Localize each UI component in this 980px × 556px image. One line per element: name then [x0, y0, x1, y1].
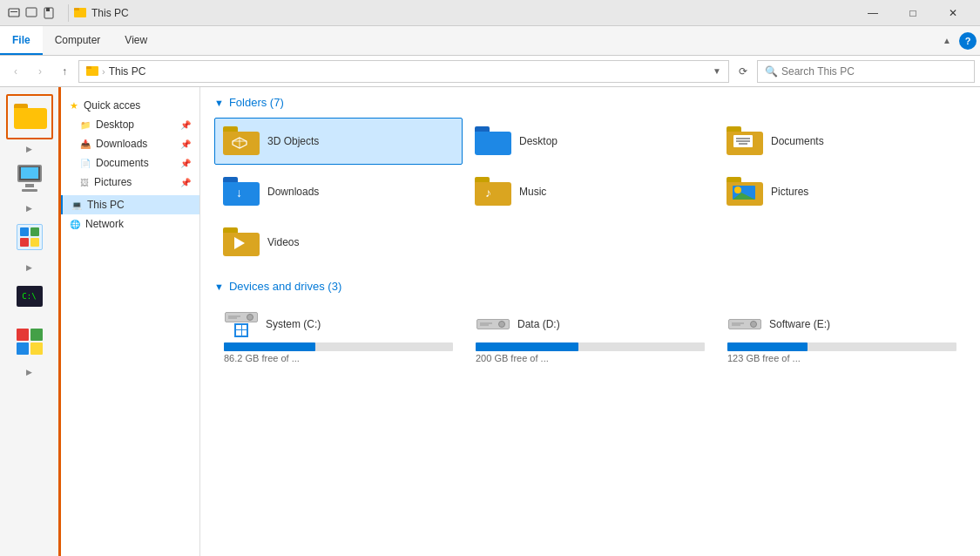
nav-item-thispc[interactable]: 💻 This PC	[61, 195, 199, 214]
quick-access-header[interactable]: ★ Quick acces	[61, 96, 199, 115]
nav-item-desktop[interactable]: 📁 Desktop 📌	[71, 115, 199, 134]
address-field[interactable]: › This PC ▼	[78, 60, 729, 83]
system-menu-icon[interactable]	[7, 6, 21, 20]
save-icon[interactable]	[42, 6, 56, 20]
ribbon-collapse-arrow[interactable]: ▲	[938, 32, 956, 50]
ribbon: File Computer View ▲ ?	[0, 26, 980, 56]
back-button[interactable]: ‹	[5, 61, 26, 82]
pin-icon-downloads: 📌	[180, 139, 191, 149]
pin-icon-desktop: 📌	[180, 120, 191, 130]
folder-name-pictures: Pictures	[771, 186, 808, 198]
devices-section-header: ▼ Devices and drives (3)	[214, 280, 966, 293]
drive-bar-fill-c	[224, 342, 315, 351]
expand-arrow-2[interactable]: ▶	[26, 204, 32, 213]
folder-item-3dobjects[interactable]: 3D Objects	[214, 118, 463, 165]
thispc-icon: 💻	[71, 200, 82, 210]
folder-item-downloads[interactable]: ↓ Downloads	[214, 168, 463, 215]
search-input[interactable]	[781, 65, 967, 78]
expand-arrow-3[interactable]: ▶	[26, 263, 32, 272]
terminal-icon: C:\	[14, 281, 45, 312]
device-name-c: System (C:)	[266, 318, 321, 330]
left-panel-pc-item[interactable]	[6, 157, 53, 199]
folder-item-documents[interactable]: Documents	[718, 118, 966, 165]
folder-item-music[interactable]: ♪ Music	[466, 168, 714, 215]
devices-grid: System (C:) 86.2 GB free of ...	[214, 302, 966, 373]
left-panel-cp-item[interactable]	[6, 216, 53, 258]
folder-thumb-music: ♪	[474, 176, 512, 207]
desktop-folder-icon: 📁	[80, 120, 91, 130]
device-item-d[interactable]: Data (D:) 200 GB free of ...	[466, 302, 714, 373]
star-icon: ★	[70, 100, 78, 112]
quick-access-toolbar-icon[interactable]	[24, 6, 38, 20]
folder-name-desktop: Desktop	[519, 135, 558, 147]
tab-view[interactable]: View	[112, 26, 159, 55]
svg-rect-0	[9, 9, 19, 17]
nav-item-pictures[interactable]: 🖼 Pictures 📌	[71, 173, 199, 192]
pc-icon	[14, 162, 45, 193]
drive-bar-fill-d	[476, 342, 578, 351]
expand-arrow-1[interactable]: ▶	[26, 145, 32, 153]
title-bar-icons	[7, 6, 56, 20]
devices-chevron-icon[interactable]: ▼	[214, 281, 224, 292]
tab-computer[interactable]: Computer	[43, 26, 113, 55]
devices-section-title: Devices and drives (3)	[229, 280, 341, 293]
folder-thumb-downloads: ↓	[222, 176, 260, 207]
left-panel-folder-item[interactable]	[6, 94, 53, 139]
address-dropdown-arrow[interactable]: ▼	[713, 66, 721, 76]
drive-free-d: 200 GB free of ...	[476, 353, 705, 363]
windows-icon	[14, 326, 45, 357]
folder-item-videos[interactable]: Videos	[214, 219, 463, 266]
left-panel-windows-item[interactable]	[6, 321, 53, 363]
folder-name-music: Music	[519, 186, 546, 198]
nav-panel: ★ Quick acces 📁 Desktop 📌 📥 Downloads 📌 …	[61, 87, 200, 556]
folders-grid: 3D Objects Desktop	[214, 118, 966, 266]
device-top-c: System (C:)	[224, 311, 453, 337]
nav-item-network[interactable]: 🌐 Network	[61, 214, 199, 234]
network-icon: 🌐	[70, 220, 80, 229]
quick-access-label: Quick acces	[84, 99, 140, 112]
folder-item-desktop[interactable]: Desktop	[466, 118, 714, 165]
documents-folder-icon: 📄	[80, 159, 91, 168]
nav-desktop-label: Desktop	[96, 119, 134, 131]
maximize-button[interactable]: □	[893, 0, 933, 26]
folder-thumb-documents	[726, 125, 764, 157]
left-panel: ▶ ▶	[0, 87, 61, 556]
nav-item-downloads[interactable]: 📥 Downloads 📌	[71, 134, 199, 153]
nav-thispc-label: This PC	[87, 199, 125, 211]
search-box: 🔍	[757, 60, 975, 83]
title-bar-title: This PC	[74, 7, 853, 19]
folder-thumb-3dobjects	[222, 125, 260, 157]
left-panel-terminal-item[interactable]: C:\	[6, 275, 53, 317]
content-area: ▼ Folders (7)	[200, 87, 980, 556]
folder-name-3dobjects: 3D Objects	[267, 135, 319, 147]
drive-free-c: 86.2 GB free of ...	[224, 353, 453, 363]
address-text: This PC	[109, 65, 146, 78]
nav-item-documents[interactable]: 📄 Documents 📌	[71, 153, 199, 173]
nav-network-label: Network	[85, 218, 124, 230]
title-bar: This PC — □ ✕	[0, 0, 980, 26]
tab-file[interactable]: File	[0, 26, 43, 55]
drive-bar-bg-c	[224, 342, 453, 351]
close-button[interactable]: ✕	[933, 0, 973, 26]
hdd-icon-c	[224, 311, 259, 337]
drive-bar-bg-e	[727, 342, 956, 351]
up-button[interactable]: ↑	[54, 61, 75, 82]
folder-item-pictures[interactable]: Pictures	[718, 168, 966, 215]
nav-downloads-label: Downloads	[96, 138, 147, 150]
ribbon-right: ▲ ?	[938, 26, 980, 55]
help-button[interactable]: ?	[959, 32, 977, 50]
expand-arrow-4[interactable]: ▶	[26, 368, 32, 376]
window-controls: — □ ✕	[853, 0, 973, 26]
device-item-c[interactable]: System (C:) 86.2 GB free of ...	[214, 302, 463, 373]
nav-documents-label: Documents	[96, 157, 149, 169]
forward-button[interactable]: ›	[30, 61, 51, 82]
folders-chevron-icon[interactable]: ▼	[214, 98, 224, 108]
device-item-e[interactable]: Software (E:) 123 GB free of ...	[718, 302, 966, 373]
refresh-button[interactable]: ⟳	[733, 61, 754, 82]
device-name-d: Data (D:)	[517, 318, 560, 330]
minimize-button[interactable]: —	[853, 0, 893, 26]
folders-section-header: ▼ Folders (7)	[214, 96, 966, 109]
drive-free-e: 123 GB free of ...	[727, 353, 956, 363]
folder-name-videos: Videos	[267, 236, 299, 248]
hdd-icon-e	[727, 311, 762, 337]
